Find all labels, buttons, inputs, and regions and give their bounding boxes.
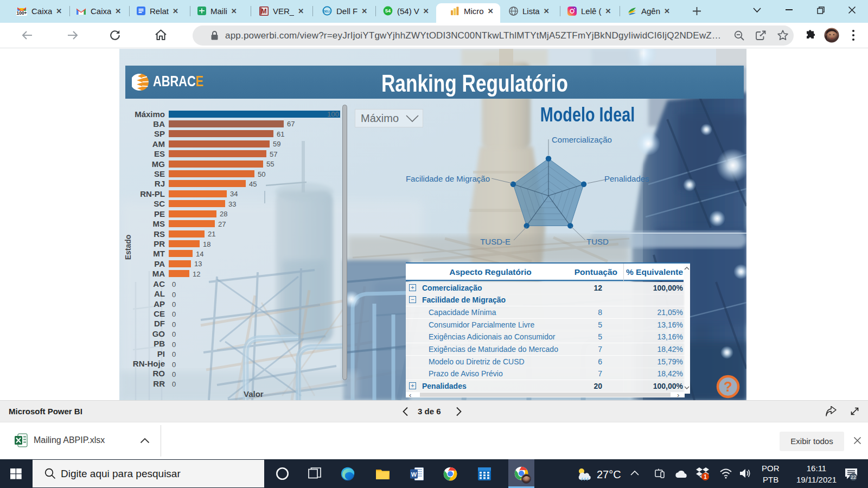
svg-text:W: W [411, 471, 417, 478]
svg-text:M: M [261, 8, 267, 15]
svg-text:22: 22 [851, 474, 857, 480]
svg-text:1: 1 [704, 474, 707, 480]
svg-text:?: ? [724, 378, 732, 395]
svg-text:54: 54 [385, 8, 391, 14]
svg-text:DELL: DELL [323, 10, 331, 13]
svg-text:100+: 100+ [16, 10, 27, 16]
